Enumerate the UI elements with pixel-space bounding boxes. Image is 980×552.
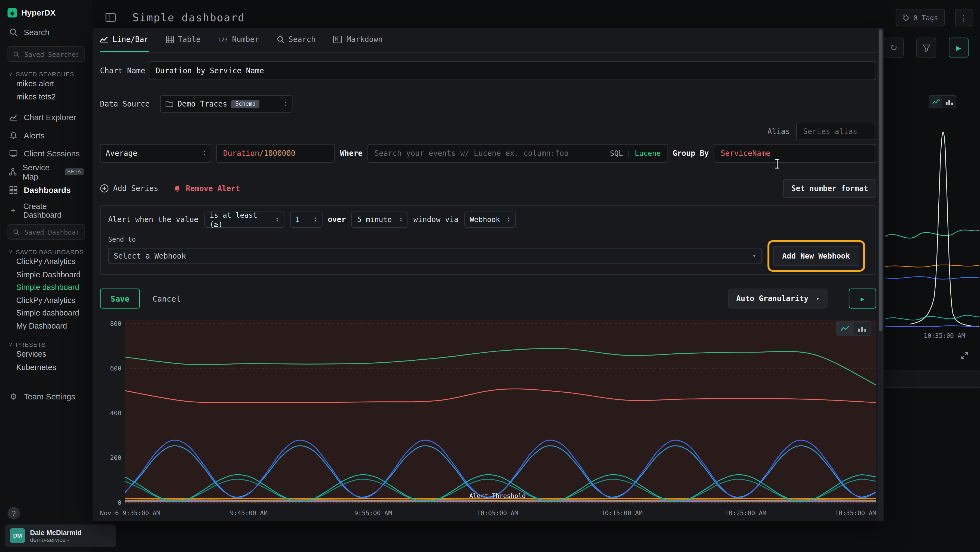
set-number-format-button[interactable]: Set number format	[783, 179, 876, 198]
data-source-select[interactable]: Demo Traces Schema ▴▾	[160, 95, 293, 113]
tab-markdown[interactable]: M↓ Markdown	[333, 28, 383, 52]
saved-searches-searchbox[interactable]	[8, 46, 85, 62]
dashboards-icon	[9, 186, 18, 194]
add-new-webhook-button[interactable]: Add New Webhook	[773, 246, 859, 266]
remove-alert-button[interactable]: Remove Alert	[173, 184, 240, 193]
bar-chart-icon[interactable]	[854, 322, 870, 336]
saved-dashboard-item-active[interactable]: Simple dashboard	[0, 281, 92, 294]
where-label: Where	[340, 149, 363, 158]
aggregation-select[interactable]: Average ▴▾	[100, 144, 211, 163]
preset-item[interactable]: Services	[0, 348, 92, 361]
alias-label: Alias	[767, 127, 790, 136]
background-input-bar[interactable]	[881, 370, 980, 388]
chart-explorer-icon	[9, 113, 18, 121]
webhook-select[interactable]: Select a Webhook ▾	[108, 248, 762, 264]
cancel-button[interactable]: Cancel	[153, 294, 181, 303]
timeseries-plot[interactable]: 0200400600800	[100, 319, 876, 506]
group-by-label: Group By	[673, 149, 709, 158]
user-card[interactable]: DM Dale McDiarmid demo-service -	[5, 525, 116, 547]
plus-icon: +	[9, 206, 18, 215]
svg-text:0: 0	[118, 499, 121, 506]
save-button[interactable]: Save	[100, 289, 140, 309]
line-chart-icon[interactable]	[929, 96, 942, 108]
gear-icon: ⚙	[9, 392, 18, 401]
create-dashboard-button[interactable]: + Create Dashboard	[0, 203, 92, 219]
alert-threshold-input[interactable]: 1 ▴▾	[290, 211, 322, 228]
preset-item[interactable]: Kubernetes	[0, 361, 92, 373]
field-expression-input[interactable]: Duration/1000000	[216, 144, 335, 163]
svg-text:400: 400	[110, 410, 121, 416]
background-chart-type-toggle	[929, 95, 956, 108]
refresh-button[interactable]: ↻	[884, 38, 904, 58]
tab-search[interactable]: Search	[277, 28, 315, 52]
saved-search-item[interactable]: mikes alert	[0, 78, 92, 91]
expand-icon[interactable]	[961, 352, 968, 359]
editor-tabs: Line/Bar Table 123 Number Search M↓ Mark…	[100, 28, 876, 53]
query-language-toggle[interactable]: SQL | Lucene	[610, 149, 661, 158]
app-root: Simple dashboard 0 Tags ⋮ ↻ ▶ 10:35:00 A…	[0, 0, 980, 552]
saved-search-item[interactable]: mikes tets2	[0, 91, 92, 103]
lucene-toggle[interactable]: Lucene	[635, 149, 661, 158]
granularity-select[interactable]: Auto Granularity ▾	[728, 289, 827, 309]
sql-toggle[interactable]: SQL	[610, 149, 623, 158]
saved-dashboards-searchbox[interactable]	[8, 224, 85, 239]
kebab-menu-button[interactable]: ⋮	[955, 9, 972, 26]
tags-button[interactable]: 0 Tags	[896, 9, 945, 26]
sidebar-item-service-map[interactable]: Service Map BETA	[0, 163, 92, 181]
filter-button[interactable]	[916, 38, 936, 58]
number-spinner[interactable]: ▴▾	[314, 217, 317, 223]
presets-header[interactable]: ∨ PRESETS	[0, 341, 92, 348]
saved-searches-input[interactable]	[23, 50, 80, 59]
where-search-input[interactable]: Search your events w/ Lucene ex. column:…	[368, 144, 668, 163]
scrollbar-thumb[interactable]	[879, 29, 883, 331]
chart-type-toggle	[836, 321, 871, 336]
bar-chart-icon[interactable]	[942, 96, 956, 108]
sidebar-item-dashboards[interactable]: Dashboards	[0, 181, 92, 199]
saved-dashboards-header[interactable]: ∨ SAVED DASHBOARDS	[0, 249, 92, 255]
chevron-updown-icon: ▴▾	[399, 217, 402, 223]
tab-table[interactable]: Table	[166, 28, 200, 52]
sidebar-item-team-settings[interactable]: ⚙ Team Settings	[0, 388, 92, 406]
alert-threshold-label: Alert Threshold	[469, 493, 526, 499]
chevron-down-icon: ∨	[9, 341, 13, 348]
saved-dashboard-item[interactable]: Simple Dashboard	[0, 268, 92, 281]
tab-line-bar[interactable]: Line/Bar	[100, 28, 149, 52]
run-chart-button[interactable]: ▶	[849, 289, 876, 309]
saved-dashboards-input[interactable]	[23, 228, 80, 236]
sidebar-item-chart-explorer[interactable]: Chart Explorer	[0, 108, 92, 126]
sidebar: ◆ HyperDX Search ∨ SAVED SEARCHES mikes …	[0, 0, 92, 552]
line-chart-icon	[100, 36, 108, 43]
alert-window-select[interactable]: 5 minute ▴▾	[352, 211, 408, 228]
sidebar-toggle-icon[interactable]	[105, 12, 116, 23]
alert-channel-select[interactable]: Webhook ▴▾	[464, 211, 515, 228]
tab-number[interactable]: 123 Number	[218, 28, 259, 52]
alert-config-panel: Alert when the value is at least (≥) ▴▾ …	[100, 205, 876, 274]
bell-icon	[173, 184, 181, 192]
series-flat-yellow	[125, 500, 876, 500]
chevron-down-icon: ∨	[9, 72, 13, 77]
search-icon	[9, 28, 18, 36]
add-series-button[interactable]: Add Series	[100, 184, 158, 193]
chart-name-input[interactable]	[149, 61, 876, 80]
saved-dashboard-item[interactable]: ClickPy Analytics	[0, 294, 92, 306]
table-grid-icon	[166, 36, 174, 43]
alert-condition-select[interactable]: is at least (≥) ▴▾	[204, 211, 284, 228]
saved-searches-header[interactable]: ∨ SAVED SEARCHES	[0, 71, 92, 78]
modal-scrollbar[interactable]	[878, 28, 883, 521]
chart-area: 0200400600800 Alert Threshold Nov 6 9:35…	[100, 319, 876, 521]
alias-input[interactable]	[796, 123, 876, 140]
sidebar-item-client-sessions[interactable]: Client Sessions	[0, 145, 92, 163]
saved-dashboard-item[interactable]: My Dashboard	[0, 320, 92, 332]
sidebar-item-alerts[interactable]: Alerts	[0, 126, 92, 145]
alert-prefix-label: Alert when the value	[108, 215, 199, 224]
saved-dashboard-item[interactable]: Simple dashboard	[0, 307, 92, 320]
group-by-input[interactable]: ServiceName	[714, 144, 876, 163]
user-name: Dale McDiarmid	[30, 528, 81, 536]
saved-dashboard-item[interactable]: ClickPy Analytics	[0, 255, 92, 268]
folder-icon	[165, 101, 173, 107]
line-chart-icon[interactable]	[837, 322, 854, 336]
brand[interactable]: ◆ HyperDX	[0, 0, 92, 23]
run-query-button[interactable]: ▶	[949, 38, 969, 58]
sidebar-item-search[interactable]: Search	[0, 23, 92, 41]
help-button[interactable]: ?	[8, 507, 20, 520]
